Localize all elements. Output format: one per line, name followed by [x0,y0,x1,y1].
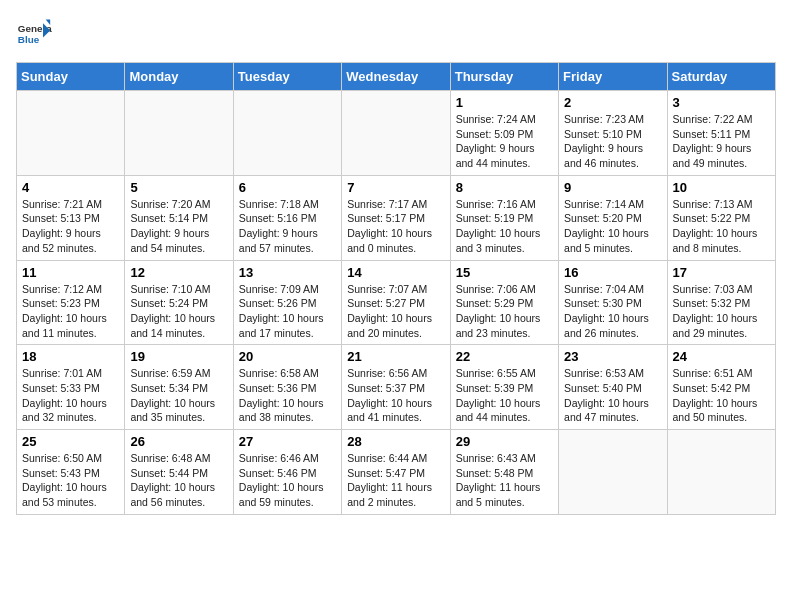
day-number: 20 [239,349,336,364]
day-info: Sunrise: 7:01 AM Sunset: 5:33 PM Dayligh… [22,366,119,425]
day-info: Sunrise: 7:14 AM Sunset: 5:20 PM Dayligh… [564,197,661,256]
day-number: 12 [130,265,227,280]
day-number: 8 [456,180,553,195]
day-info: Sunrise: 7:03 AM Sunset: 5:32 PM Dayligh… [673,282,770,341]
day-number: 21 [347,349,444,364]
calendar-cell: 21Sunrise: 6:56 AM Sunset: 5:37 PM Dayli… [342,345,450,430]
calendar-cell: 1Sunrise: 7:24 AM Sunset: 5:09 PM Daylig… [450,91,558,176]
day-number: 14 [347,265,444,280]
day-info: Sunrise: 6:46 AM Sunset: 5:46 PM Dayligh… [239,451,336,510]
weekday-header-tuesday: Tuesday [233,63,341,91]
calendar-cell: 25Sunrise: 6:50 AM Sunset: 5:43 PM Dayli… [17,430,125,515]
day-info: Sunrise: 6:55 AM Sunset: 5:39 PM Dayligh… [456,366,553,425]
day-number: 13 [239,265,336,280]
day-info: Sunrise: 7:13 AM Sunset: 5:22 PM Dayligh… [673,197,770,256]
calendar-cell: 19Sunrise: 6:59 AM Sunset: 5:34 PM Dayli… [125,345,233,430]
weekday-header-monday: Monday [125,63,233,91]
day-number: 28 [347,434,444,449]
calendar-cell: 15Sunrise: 7:06 AM Sunset: 5:29 PM Dayli… [450,260,558,345]
day-number: 1 [456,95,553,110]
day-info: Sunrise: 7:21 AM Sunset: 5:13 PM Dayligh… [22,197,119,256]
calendar-week-row: 1Sunrise: 7:24 AM Sunset: 5:09 PM Daylig… [17,91,776,176]
weekday-header-row: SundayMondayTuesdayWednesdayThursdayFrid… [17,63,776,91]
calendar-cell: 27Sunrise: 6:46 AM Sunset: 5:46 PM Dayli… [233,430,341,515]
day-info: Sunrise: 6:53 AM Sunset: 5:40 PM Dayligh… [564,366,661,425]
day-number: 11 [22,265,119,280]
calendar-cell [559,430,667,515]
day-number: 29 [456,434,553,449]
weekday-header-saturday: Saturday [667,63,775,91]
calendar-cell: 7Sunrise: 7:17 AM Sunset: 5:17 PM Daylig… [342,175,450,260]
weekday-header-sunday: Sunday [17,63,125,91]
day-info: Sunrise: 7:17 AM Sunset: 5:17 PM Dayligh… [347,197,444,256]
calendar-week-row: 11Sunrise: 7:12 AM Sunset: 5:23 PM Dayli… [17,260,776,345]
calendar-cell [17,91,125,176]
day-number: 23 [564,349,661,364]
day-info: Sunrise: 7:04 AM Sunset: 5:30 PM Dayligh… [564,282,661,341]
day-info: Sunrise: 6:43 AM Sunset: 5:48 PM Dayligh… [456,451,553,510]
calendar-week-row: 4Sunrise: 7:21 AM Sunset: 5:13 PM Daylig… [17,175,776,260]
day-info: Sunrise: 7:24 AM Sunset: 5:09 PM Dayligh… [456,112,553,171]
weekday-header-friday: Friday [559,63,667,91]
day-number: 15 [456,265,553,280]
calendar-cell: 18Sunrise: 7:01 AM Sunset: 5:33 PM Dayli… [17,345,125,430]
calendar-cell: 5Sunrise: 7:20 AM Sunset: 5:14 PM Daylig… [125,175,233,260]
calendar-cell: 28Sunrise: 6:44 AM Sunset: 5:47 PM Dayli… [342,430,450,515]
day-number: 3 [673,95,770,110]
day-number: 22 [456,349,553,364]
calendar-cell: 14Sunrise: 7:07 AM Sunset: 5:27 PM Dayli… [342,260,450,345]
calendar-cell: 13Sunrise: 7:09 AM Sunset: 5:26 PM Dayli… [233,260,341,345]
day-number: 26 [130,434,227,449]
calendar-cell: 20Sunrise: 6:58 AM Sunset: 5:36 PM Dayli… [233,345,341,430]
calendar-cell [667,430,775,515]
calendar-week-row: 25Sunrise: 6:50 AM Sunset: 5:43 PM Dayli… [17,430,776,515]
calendar-cell: 26Sunrise: 6:48 AM Sunset: 5:44 PM Dayli… [125,430,233,515]
calendar-cell: 12Sunrise: 7:10 AM Sunset: 5:24 PM Dayli… [125,260,233,345]
day-number: 10 [673,180,770,195]
day-number: 9 [564,180,661,195]
calendar-cell [125,91,233,176]
day-number: 24 [673,349,770,364]
day-info: Sunrise: 7:09 AM Sunset: 5:26 PM Dayligh… [239,282,336,341]
day-info: Sunrise: 6:59 AM Sunset: 5:34 PM Dayligh… [130,366,227,425]
calendar-cell: 23Sunrise: 6:53 AM Sunset: 5:40 PM Dayli… [559,345,667,430]
day-info: Sunrise: 7:22 AM Sunset: 5:11 PM Dayligh… [673,112,770,171]
day-number: 17 [673,265,770,280]
logo-icon: General Blue [16,16,52,52]
day-number: 7 [347,180,444,195]
weekday-header-thursday: Thursday [450,63,558,91]
calendar-cell: 16Sunrise: 7:04 AM Sunset: 5:30 PM Dayli… [559,260,667,345]
calendar-week-row: 18Sunrise: 7:01 AM Sunset: 5:33 PM Dayli… [17,345,776,430]
day-info: Sunrise: 7:10 AM Sunset: 5:24 PM Dayligh… [130,282,227,341]
calendar-cell: 3Sunrise: 7:22 AM Sunset: 5:11 PM Daylig… [667,91,775,176]
day-number: 16 [564,265,661,280]
calendar-cell: 29Sunrise: 6:43 AM Sunset: 5:48 PM Dayli… [450,430,558,515]
day-info: Sunrise: 7:12 AM Sunset: 5:23 PM Dayligh… [22,282,119,341]
calendar-cell: 24Sunrise: 6:51 AM Sunset: 5:42 PM Dayli… [667,345,775,430]
calendar-cell: 4Sunrise: 7:21 AM Sunset: 5:13 PM Daylig… [17,175,125,260]
calendar-table: SundayMondayTuesdayWednesdayThursdayFrid… [16,62,776,515]
day-info: Sunrise: 6:44 AM Sunset: 5:47 PM Dayligh… [347,451,444,510]
day-number: 5 [130,180,227,195]
calendar-cell: 17Sunrise: 7:03 AM Sunset: 5:32 PM Dayli… [667,260,775,345]
day-number: 18 [22,349,119,364]
calendar-cell: 6Sunrise: 7:18 AM Sunset: 5:16 PM Daylig… [233,175,341,260]
day-info: Sunrise: 6:51 AM Sunset: 5:42 PM Dayligh… [673,366,770,425]
calendar-cell: 2Sunrise: 7:23 AM Sunset: 5:10 PM Daylig… [559,91,667,176]
day-info: Sunrise: 7:20 AM Sunset: 5:14 PM Dayligh… [130,197,227,256]
day-number: 19 [130,349,227,364]
calendar-cell [342,91,450,176]
day-number: 25 [22,434,119,449]
svg-text:Blue: Blue [18,34,40,45]
logo: General Blue [16,16,52,52]
page-header: General Blue [16,16,776,52]
day-info: Sunrise: 6:58 AM Sunset: 5:36 PM Dayligh… [239,366,336,425]
calendar-cell: 22Sunrise: 6:55 AM Sunset: 5:39 PM Dayli… [450,345,558,430]
day-number: 27 [239,434,336,449]
day-info: Sunrise: 6:48 AM Sunset: 5:44 PM Dayligh… [130,451,227,510]
day-info: Sunrise: 6:56 AM Sunset: 5:37 PM Dayligh… [347,366,444,425]
day-number: 4 [22,180,119,195]
day-info: Sunrise: 7:16 AM Sunset: 5:19 PM Dayligh… [456,197,553,256]
day-info: Sunrise: 6:50 AM Sunset: 5:43 PM Dayligh… [22,451,119,510]
calendar-cell: 11Sunrise: 7:12 AM Sunset: 5:23 PM Dayli… [17,260,125,345]
